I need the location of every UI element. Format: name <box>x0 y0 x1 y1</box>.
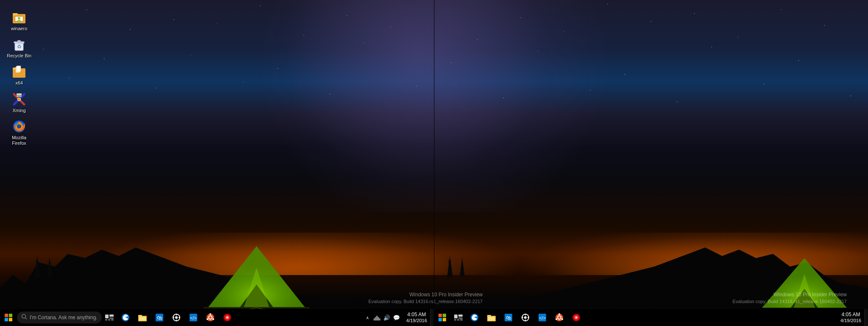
firefox-icon-item[interactable]: Mozilla Firefox <box>4 118 34 148</box>
taskbar-primary: I'm Cortana. Ask me anything. <box>0 309 434 326</box>
tray-volume[interactable]: 🔊 <box>382 313 391 322</box>
taskbar-dev[interactable]: </> <box>185 309 202 326</box>
taskbar2-edge[interactable] <box>466 309 483 326</box>
winaero-label: winaero <box>11 26 28 31</box>
taskbar-ubuntu[interactable] <box>202 309 219 326</box>
svg-marker-3 <box>34 260 40 277</box>
taskbar-settings[interactable] <box>168 309 185 326</box>
svg-rect-91 <box>454 315 458 318</box>
svg-marker-7 <box>434 247 868 309</box>
svg-point-76 <box>209 313 211 315</box>
taskbar2-settings[interactable] <box>517 309 534 326</box>
svg-rect-108 <box>527 317 529 318</box>
svg-rect-33 <box>17 40 21 42</box>
svg-point-115 <box>555 318 557 320</box>
svg-point-52 <box>22 315 26 318</box>
windows-start-button-2[interactable] <box>434 309 451 326</box>
svg-rect-26 <box>13 13 18 15</box>
svg-rect-50 <box>5 318 8 321</box>
taskbar-store[interactable]: 🛍 <box>151 309 168 326</box>
clock-date: 4/19/2016 <box>406 318 427 323</box>
firefox-label: Mozilla Firefox <box>6 135 32 146</box>
xming-icon-item[interactable]: Xming Xming <box>4 90 34 115</box>
taskbar2-pinned-apps: 🛍 </> <box>466 309 585 326</box>
svg-text:🛍: 🛍 <box>506 315 511 321</box>
svg-rect-100 <box>488 317 495 320</box>
show-desktop-button-2[interactable] <box>865 309 868 326</box>
svg-marker-16 <box>240 284 274 308</box>
horizon-glow <box>0 233 868 275</box>
svg-rect-107 <box>522 317 523 318</box>
tray-notification[interactable]: 💬 <box>392 313 401 322</box>
svg-marker-23 <box>791 289 818 308</box>
winaero-icon <box>12 11 26 24</box>
taskbar-pinned-apps: 🛍 </> <box>117 309 236 326</box>
svg-marker-15 <box>208 246 305 308</box>
svg-rect-106 <box>525 320 526 321</box>
svg-text:</>: </> <box>539 315 546 320</box>
svg-point-77 <box>212 318 214 320</box>
svg-rect-89 <box>438 318 442 321</box>
system-tray-2: 4:05 AM 4/19/2016 <box>837 309 868 326</box>
xming-label: Xming <box>12 108 25 113</box>
svg-marker-24 <box>794 274 815 308</box>
taskbar-edge[interactable] <box>117 309 134 326</box>
svg-rect-99 <box>487 315 491 317</box>
svg-rect-105 <box>525 314 526 315</box>
milky-way <box>0 0 868 212</box>
svg-rect-86 <box>379 318 380 320</box>
cortana-search[interactable]: I'm Cortana. Ask me anything. <box>17 312 102 323</box>
svg-marker-21 <box>762 258 847 308</box>
winaero-icon-item[interactable]: winaero <box>4 8 34 34</box>
svg-rect-56 <box>109 318 114 319</box>
xming-icon: Xming <box>12 93 26 106</box>
taskbar-clock[interactable]: 4:05 AM 4/19/2016 <box>403 309 430 326</box>
taskbar2-ubuntu[interactable] <box>551 309 568 326</box>
desktop: winaero ♻ Recycle Bin <box>0 0 868 326</box>
x64-icon-item[interactable]: x64 <box>4 63 34 88</box>
svg-rect-38 <box>17 66 21 72</box>
tent-right <box>762 255 847 310</box>
svg-rect-95 <box>457 319 459 320</box>
taskbar2-clock[interactable]: 4:05 AM 4/19/2016 <box>837 309 865 326</box>
svg-rect-87 <box>438 314 442 317</box>
svg-marker-0 <box>0 247 434 309</box>
svg-marker-10 <box>447 260 453 277</box>
tray-expand[interactable]: ∧ <box>363 313 371 322</box>
svg-rect-11 <box>461 262 463 277</box>
windows-start-button[interactable] <box>0 309 17 326</box>
svg-rect-85 <box>374 318 375 320</box>
recycle-bin-icon-item[interactable]: ♻ Recycle Bin <box>4 36 34 61</box>
svg-rect-51 <box>9 318 12 321</box>
taskbar2-app7[interactable] <box>568 309 585 326</box>
tent-left <box>204 242 310 310</box>
task-view-button[interactable] <box>102 309 117 326</box>
watermark-build: Evaluation copy. Build 14316.rs1_release… <box>368 298 483 305</box>
svg-rect-59 <box>111 319 114 320</box>
firefox-icon <box>12 120 26 133</box>
svg-marker-9 <box>448 256 452 271</box>
task-view-button-2[interactable] <box>451 309 466 326</box>
taskbar2-file-explorer[interactable] <box>483 309 500 326</box>
taskbar-file-explorer[interactable] <box>134 309 151 326</box>
svg-point-47 <box>17 124 21 129</box>
clock-time: 4:05 AM <box>407 312 426 318</box>
svg-point-113 <box>558 313 560 315</box>
svg-text:Xming: Xming <box>15 94 22 97</box>
taskbar-app7[interactable] <box>219 309 236 326</box>
tray-icons: ∧ 🔊 💬 <box>361 313 403 322</box>
svg-point-29 <box>18 17 20 20</box>
svg-rect-93 <box>458 318 463 319</box>
tray-network[interactable] <box>373 313 381 322</box>
show-desktop-button[interactable] <box>430 309 434 326</box>
svg-text:🛍: 🛍 <box>157 315 162 321</box>
taskbar2-store[interactable]: 🛍 <box>500 309 517 326</box>
svg-point-81 <box>226 317 228 318</box>
svg-marker-12 <box>461 257 464 270</box>
taskbar2-dev[interactable]: </> <box>534 309 551 326</box>
taskbar2-left <box>434 309 466 326</box>
svg-point-67 <box>175 316 178 319</box>
stars-overlay <box>0 0 868 196</box>
mountains <box>0 224 868 309</box>
svg-point-30 <box>17 20 21 22</box>
